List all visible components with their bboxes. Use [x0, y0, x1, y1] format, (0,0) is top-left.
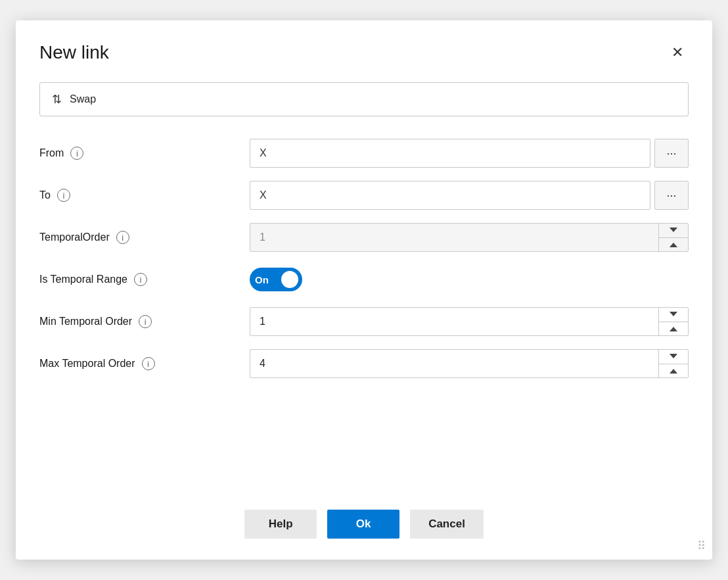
- from-row: From i ···: [39, 132, 689, 174]
- min-temporal-order-spinner-btns: [658, 307, 688, 336]
- swap-icon: ⇅: [52, 92, 62, 107]
- from-label-area: From i: [39, 147, 250, 160]
- from-input[interactable]: [250, 139, 650, 168]
- min-temporal-order-field-area: 1: [250, 307, 689, 336]
- info-symbol-maxto: i: [147, 359, 149, 369]
- from-info-icon[interactable]: i: [70, 147, 83, 160]
- min-temporal-order-up-button[interactable]: [659, 322, 688, 337]
- min-temporal-order-label: Min Temporal Order: [39, 316, 132, 327]
- swap-bar[interactable]: ⇅ Swap: [39, 82, 689, 116]
- max-temporal-order-info-icon[interactable]: i: [142, 357, 155, 370]
- min-temporal-order-spinner: 1: [250, 307, 689, 336]
- from-more-button[interactable]: ···: [654, 139, 689, 168]
- max-temporal-order-field-area: 4: [250, 349, 689, 378]
- dialog-title: New link: [39, 42, 109, 63]
- max-temporal-order-up-button[interactable]: [659, 364, 688, 379]
- min-temporal-order-label-area: Min Temporal Order i: [39, 315, 250, 328]
- chevron-down-icon-max: [670, 354, 677, 358]
- resize-handle: ⠿: [697, 539, 706, 553]
- to-label: To: [39, 189, 51, 201]
- dialog-header: New link ✕: [39, 41, 689, 64]
- is-temporal-range-label: Is Temporal Range: [39, 274, 127, 285]
- toggle-knob: [281, 271, 298, 288]
- chevron-up-icon-min: [670, 327, 677, 331]
- max-temporal-order-spinner: 4: [250, 349, 689, 378]
- to-input[interactable]: [250, 181, 650, 210]
- max-temporal-order-down-button[interactable]: [659, 349, 688, 364]
- max-temporal-order-row: Max Temporal Order i 4: [39, 343, 689, 385]
- to-label-area: To i: [39, 189, 250, 202]
- is-temporal-range-field-area: On: [250, 268, 689, 291]
- temporal-order-label-area: TemporalOrder i: [39, 231, 250, 244]
- chevron-up-icon-max: [670, 369, 677, 374]
- info-symbol-mto: i: [145, 317, 147, 327]
- more-icon: ···: [666, 147, 676, 160]
- more-icon-to: ···: [666, 189, 676, 203]
- min-temporal-order-down-button[interactable]: [659, 307, 688, 322]
- min-temporal-order-row: Min Temporal Order i 1: [39, 301, 689, 343]
- is-temporal-range-info-icon[interactable]: i: [134, 273, 147, 286]
- temporal-order-down-button[interactable]: [659, 223, 688, 238]
- temporal-order-spinner-btns: [658, 223, 688, 252]
- new-link-dialog: New link ✕ ⇅ Swap From i ···: [16, 20, 712, 560]
- is-temporal-range-label-area: Is Temporal Range i: [39, 273, 250, 286]
- close-button[interactable]: ✕: [666, 41, 689, 64]
- chevron-down-icon: [670, 228, 677, 232]
- from-field-area: ···: [250, 139, 689, 168]
- cancel-label: Cancel: [428, 518, 465, 530]
- max-temporal-order-value: 4: [250, 358, 658, 370]
- temporal-order-row: TemporalOrder i 1: [39, 216, 689, 258]
- dialog-footer: Help Ok Cancel: [39, 499, 689, 539]
- max-temporal-order-label: Max Temporal Order: [39, 358, 135, 370]
- temporal-order-info-icon[interactable]: i: [116, 231, 129, 244]
- info-symbol-itr: i: [140, 275, 142, 285]
- info-symbol: i: [76, 149, 78, 158]
- ok-button[interactable]: Ok: [327, 510, 399, 539]
- temporal-order-value: 1: [250, 231, 658, 243]
- temporal-order-field-area: 1: [250, 223, 689, 252]
- form-body: From i ··· To i: [39, 132, 689, 468]
- chevron-down-icon-min: [670, 312, 677, 316]
- is-temporal-range-toggle-wrap: On: [250, 268, 302, 291]
- is-temporal-range-toggle[interactable]: On: [250, 268, 302, 291]
- close-icon: ✕: [671, 44, 683, 61]
- max-temporal-order-label-area: Max Temporal Order i: [39, 357, 250, 370]
- toggle-on-label: On: [255, 274, 269, 285]
- chevron-up-icon: [670, 243, 677, 247]
- temporal-order-spinner: 1: [250, 223, 689, 252]
- help-button[interactable]: Help: [244, 510, 317, 539]
- from-label: From: [39, 147, 64, 159]
- temporal-order-up-button[interactable]: [659, 238, 688, 253]
- swap-label: Swap: [70, 93, 96, 105]
- to-info-icon[interactable]: i: [57, 189, 70, 202]
- to-more-button[interactable]: ···: [654, 181, 689, 210]
- min-temporal-order-info-icon[interactable]: i: [139, 315, 152, 328]
- min-temporal-order-value: 1: [250, 316, 658, 327]
- help-label: Help: [269, 518, 293, 530]
- info-symbol-to2: i: [122, 233, 124, 243]
- to-field-area: ···: [250, 181, 689, 210]
- is-temporal-range-row: Is Temporal Range i On: [39, 258, 689, 301]
- max-temporal-order-spinner-btns: [658, 349, 688, 378]
- info-symbol-to: i: [62, 191, 64, 201]
- temporal-order-label: TemporalOrder: [39, 231, 110, 243]
- cancel-button[interactable]: Cancel: [410, 510, 484, 539]
- to-row: To i ···: [39, 174, 689, 216]
- ok-label: Ok: [356, 518, 371, 530]
